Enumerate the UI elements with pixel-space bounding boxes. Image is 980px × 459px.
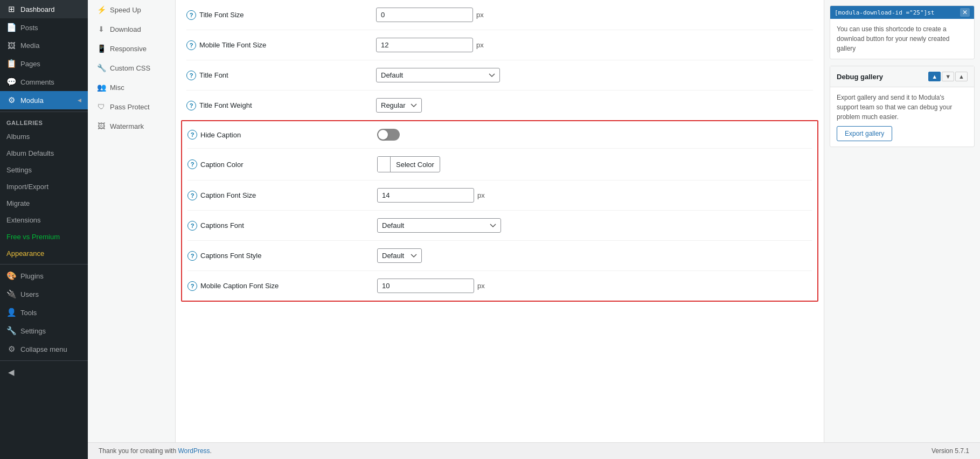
sidebar-item-settings2[interactable]: ⚙ Collapse menu [0, 340, 88, 358]
title-font-size-help-icon[interactable]: ? [186, 10, 196, 20]
title-font-control: Default Arial Georgia Helvetica Times Ne… [376, 68, 500, 82]
appearance-icon: 🎨 [6, 271, 16, 281]
captions-font-help-icon[interactable]: ? [187, 221, 197, 231]
sidebar-item-plugins[interactable]: 🔌 Users [0, 285, 88, 303]
sidebar-item-settings[interactable]: Import/Export [0, 178, 88, 195]
hide-caption-help-icon[interactable]: ? [187, 130, 197, 140]
captions-font-style-control: Default Normal Italic Oblique [377, 248, 422, 263]
sidebar-item-pages[interactable]: 📋 Pages [0, 54, 88, 73]
collapse-icon: ◀ [6, 367, 16, 377]
sidebar-item-albums[interactable]: Album Defaults [0, 145, 88, 162]
galleries-section-header: Galleries [0, 114, 88, 128]
sidebar-item-modula[interactable]: ⚙ Modula [0, 91, 88, 109]
title-font-size-control: px [376, 8, 484, 22]
captions-font-style-row: ? Captions Font Style Default Normal Ita… [187, 241, 812, 271]
debug-gallery-description: Export gallery and send it to Modula's s… [837, 94, 952, 121]
comments-icon: 💬 [6, 77, 16, 87]
speed-up-icon: ⚡ [97, 5, 106, 14]
sidebar-item-extensions[interactable]: Free vs Premium [0, 228, 88, 245]
custom-css-icon: 🔧 [97, 64, 106, 72]
mobile-caption-font-size-help-icon[interactable]: ? [187, 281, 197, 291]
modula-icon: ⚙ [6, 95, 16, 105]
mobile-caption-font-size-control: px [377, 279, 485, 293]
debug-gallery-card: Debug gallery ▲ ▼ ▲ Export gallery and s… [830, 66, 975, 147]
caption-font-size-help-icon[interactable]: ? [187, 191, 197, 200]
title-font-help-icon[interactable]: ? [186, 71, 196, 80]
shortcode-bar: [modula-download-id ="25"]st ✕ [830, 6, 974, 19]
shortcode-close-button[interactable]: ✕ [960, 8, 970, 17]
responsive-icon: 📱 [97, 44, 106, 53]
caption-color-btn[interactable]: Select Color [377, 156, 440, 172]
top-form-section: ? Title Font Size px ? Mobile Title Font… [176, 0, 824, 120]
subnav-item-custom-css[interactable]: 🔧 Custom CSS [88, 58, 175, 78]
sidebar-item-migrate[interactable]: Extensions [0, 212, 88, 228]
watermark-icon: 🖼 [97, 122, 106, 130]
sidebar-item-tools[interactable]: 🔧 Settings [0, 322, 88, 340]
sidebar-item-dashboard[interactable]: ⊞ Dashboard [0, 0, 88, 18]
sidebar: ⊞ Dashboard 📄 Posts 🖼 Media 📋 Pages 💬 Co… [0, 0, 88, 459]
mobile-caption-font-size-input[interactable] [377, 279, 474, 293]
tools-icon: 🔧 [6, 326, 16, 336]
subnav: ⚡ Speed Up ⬇ Download 📱 Responsive 🔧 Cus… [88, 0, 176, 459]
hide-caption-toggle[interactable] [377, 129, 400, 141]
subnav-item-misc[interactable]: 👥 Misc [88, 78, 175, 97]
panel-arrow-down-button[interactable]: ▼ [942, 72, 954, 81]
mobile-caption-font-size-label: ? Mobile Caption Font Size [187, 281, 371, 291]
captions-font-style-help-icon[interactable]: ? [187, 251, 197, 261]
title-font-weight-help-icon[interactable]: ? [186, 101, 196, 110]
misc-icon: 👥 [97, 83, 106, 92]
caption-color-swatch [378, 157, 391, 172]
subnav-item-download[interactable]: ⬇ Download [88, 19, 175, 39]
plugins-icon: 🔌 [6, 289, 16, 299]
download-icon: ⬇ [97, 25, 106, 33]
sidebar-item-media[interactable]: 🖼 Media [0, 37, 88, 54]
media-icon: 🖼 [6, 41, 16, 50]
captions-font-style-select[interactable]: Default Normal Italic Oblique [377, 248, 422, 263]
title-font-weight-select[interactable]: Regular Bold Light Medium [376, 98, 422, 113]
sidebar-item-free-vs-premium[interactable]: Appearance [0, 245, 88, 262]
shortcode-card: [modula-download-id ="25"]st ✕ You can u… [830, 5, 975, 59]
subnav-item-responsive[interactable]: 📱 Responsive [88, 39, 175, 58]
captions-font-select[interactable]: Default Arial Georgia Helvetica Times Ne… [377, 218, 501, 233]
subnav-item-watermark[interactable]: 🖼 Watermark [88, 116, 175, 136]
title-font-select[interactable]: Default Arial Georgia Helvetica Times Ne… [376, 68, 500, 82]
mobile-title-font-size-input[interactable] [376, 38, 473, 52]
caption-color-control: Select Color [377, 156, 440, 172]
mobile-title-font-size-help-icon[interactable]: ? [186, 40, 196, 50]
caption-font-size-control: px [377, 188, 485, 203]
caption-font-size-input[interactable] [377, 188, 474, 203]
caption-color-help-icon[interactable]: ? [187, 159, 197, 169]
sidebar-item-import-export[interactable]: Migrate [0, 195, 88, 212]
title-font-row: ? Title Font Default Arial Georgia Helve… [186, 60, 813, 91]
subnav-item-speed-up[interactable]: ⚡ Speed Up [88, 0, 175, 19]
mobile-caption-font-size-row: ? Mobile Caption Font Size px [187, 271, 812, 301]
sidebar-item-posts[interactable]: 📄 Posts [0, 18, 88, 37]
hide-caption-toggle-knob [378, 130, 388, 140]
pages-icon: 📋 [6, 59, 16, 68]
subnav-item-pass-protect[interactable]: 🛡 Pass Protect [88, 97, 175, 116]
title-font-weight-label: ? Title Font Weight [186, 101, 370, 110]
sidebar-item-gallery-defaults[interactable]: Albums [0, 128, 88, 145]
panel-arrow-buttons: ▲ ▼ ▲ [928, 72, 968, 81]
panel-collapse-button[interactable]: ▲ [955, 72, 968, 81]
caption-color-row: ? Caption Color Select Color [187, 149, 812, 180]
sidebar-item-appearance[interactable]: 🎨 Plugins [0, 267, 88, 285]
footer-text: Thank you for creating with WordPress. [99, 447, 212, 455]
hide-caption-control [377, 129, 400, 141]
panel-arrow-up-button[interactable]: ▲ [928, 72, 941, 81]
title-font-label: ? Title Font [186, 71, 370, 80]
export-gallery-button[interactable]: Export gallery [837, 126, 892, 141]
debug-gallery-body: Export gallery and send it to Modula's s… [830, 87, 974, 147]
mobile-title-font-size-row: ? Mobile Title Font Size px [186, 30, 813, 60]
hide-caption-label: ? Hide Caption [187, 130, 371, 140]
sidebar-item-comments[interactable]: 💬 Comments [0, 73, 88, 91]
sidebar-item-album-defaults[interactable]: Settings [0, 162, 88, 178]
sidebar-item-collapse[interactable]: ◀ [0, 363, 88, 381]
wordpress-link[interactable]: WordPress [178, 447, 210, 455]
captions-font-row: ? Captions Font Default Arial Georgia He… [187, 211, 812, 241]
title-font-size-input[interactable] [376, 8, 473, 22]
captions-font-style-label: ? Captions Font Style [187, 251, 371, 261]
sidebar-item-users[interactable]: 👤 Tools [0, 303, 88, 322]
title-font-weight-row: ? Title Font Weight Regular Bold Light M… [186, 91, 813, 120]
pass-protect-icon: 🛡 [97, 102, 106, 111]
